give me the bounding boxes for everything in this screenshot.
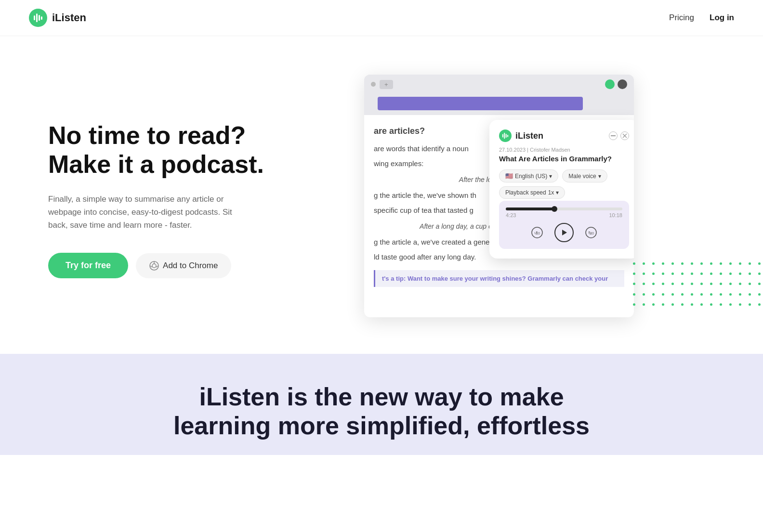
popup-voice-label: Male voice xyxy=(568,173,596,180)
dot xyxy=(729,303,732,306)
play-icon xyxy=(560,229,568,236)
popup-close-btn[interactable] xyxy=(620,131,629,140)
dot xyxy=(652,283,655,285)
dot xyxy=(710,303,712,306)
dot xyxy=(749,262,751,265)
popup-logo-text: iListen xyxy=(515,131,543,141)
dot xyxy=(633,262,635,265)
dot xyxy=(739,262,741,265)
chrome-icon xyxy=(149,261,159,271)
dot xyxy=(758,272,761,275)
dot xyxy=(720,303,722,306)
dot xyxy=(652,293,655,296)
dot xyxy=(643,262,645,265)
add-to-chrome-label: Add to Chrome xyxy=(163,261,218,271)
dot xyxy=(671,293,674,296)
nav-links: Pricing Log in xyxy=(669,13,734,23)
try-for-free-button[interactable]: Try for free xyxy=(48,253,128,278)
popup-time-current: 4:23 xyxy=(506,212,516,218)
popup-minimize-btn[interactable] xyxy=(609,131,618,140)
svg-text:10: 10 xyxy=(536,232,540,235)
popup-voice-pill[interactable]: Male voice ▾ xyxy=(562,169,607,182)
url-bar xyxy=(378,97,583,110)
logo[interactable]: iListen xyxy=(29,9,86,27)
rewind-icon: ↺ 10 xyxy=(531,226,543,239)
dot xyxy=(700,262,703,265)
dot xyxy=(652,303,655,306)
dot xyxy=(710,283,712,285)
dot xyxy=(700,283,703,285)
popup-speed-label: Playback speed xyxy=(505,189,546,196)
forward-button[interactable]: ↻ 10 xyxy=(583,225,599,240)
dot xyxy=(681,293,684,296)
dot xyxy=(662,293,664,296)
bottom-title: iListen is the new way to make learning … xyxy=(29,383,734,441)
popup-controls xyxy=(609,131,629,140)
grammarly-tip: t's a tip: Want to make sure your writin… xyxy=(374,270,624,287)
svg-rect-11 xyxy=(502,134,503,138)
dot xyxy=(758,303,761,306)
svg-point-0 xyxy=(29,9,47,27)
popup-language-label: English (US) xyxy=(515,173,547,180)
dot xyxy=(681,272,684,275)
dot xyxy=(758,262,761,265)
nav-pricing-link[interactable]: Pricing xyxy=(669,13,694,23)
svg-point-10 xyxy=(499,130,512,142)
dot xyxy=(749,283,751,285)
dot xyxy=(749,272,751,275)
svg-rect-12 xyxy=(504,133,505,139)
hero-title: No time to read? Make it a podcast. xyxy=(48,121,264,179)
popup-speed-pill[interactable]: Playback speed 1x ▾ xyxy=(499,186,565,199)
dot xyxy=(633,283,635,285)
speed-chevron: ▾ xyxy=(556,189,559,196)
popup-language-pill[interactable]: 🇺🇸 English (US) ▾ xyxy=(499,169,558,182)
forward-icon: ↻ 10 xyxy=(585,226,597,239)
dot xyxy=(720,272,722,275)
dot xyxy=(633,303,635,306)
popup-logo-icon xyxy=(499,130,512,142)
dot-pattern xyxy=(633,262,749,311)
dot xyxy=(643,293,645,296)
play-button[interactable] xyxy=(554,223,574,242)
bottom-title-line1: iListen is the new way to make xyxy=(199,383,564,411)
flag-icon: 🇺🇸 xyxy=(505,172,513,180)
popup-progress: 4:23 10:18 xyxy=(506,208,622,218)
dot xyxy=(633,293,635,296)
dot xyxy=(662,272,664,275)
tip-label: t's a tip: xyxy=(382,275,406,282)
progress-bar-bg[interactable] xyxy=(506,208,622,210)
popup-options-row: 🇺🇸 English (US) ▾ Male voice ▾ Playback … xyxy=(499,169,629,199)
hero-section: No time to read? Make it a podcast. Fina… xyxy=(0,36,763,354)
dot xyxy=(681,283,684,285)
voice-chevron: ▾ xyxy=(598,173,601,180)
svg-marker-21 xyxy=(562,230,567,235)
dot xyxy=(739,272,741,275)
popup-time-total: 10:18 xyxy=(609,212,622,218)
svg-rect-1 xyxy=(34,15,35,20)
dot xyxy=(710,262,712,265)
svg-rect-14 xyxy=(507,135,508,137)
dot xyxy=(671,283,674,285)
dot xyxy=(652,272,655,275)
svg-rect-4 xyxy=(41,16,42,20)
nav-login-link[interactable]: Log in xyxy=(710,13,734,23)
dot xyxy=(662,303,664,306)
dot xyxy=(643,272,645,275)
rewind-button[interactable]: ↺ 10 xyxy=(529,225,545,240)
dot xyxy=(758,283,761,285)
dot xyxy=(643,283,645,285)
navbar: iListen Pricing Log in xyxy=(0,0,763,36)
svg-rect-2 xyxy=(36,13,38,22)
language-chevron: ▾ xyxy=(549,173,552,180)
dot xyxy=(729,283,732,285)
svg-rect-15 xyxy=(611,135,616,136)
dot xyxy=(739,283,741,285)
add-to-chrome-button[interactable]: Add to Chrome xyxy=(136,253,231,278)
dot xyxy=(729,293,732,296)
dot xyxy=(691,303,693,306)
dot xyxy=(739,293,741,296)
dot xyxy=(691,293,693,296)
browser-ext-icons xyxy=(605,79,627,89)
dot xyxy=(749,303,751,306)
dot xyxy=(662,262,664,265)
